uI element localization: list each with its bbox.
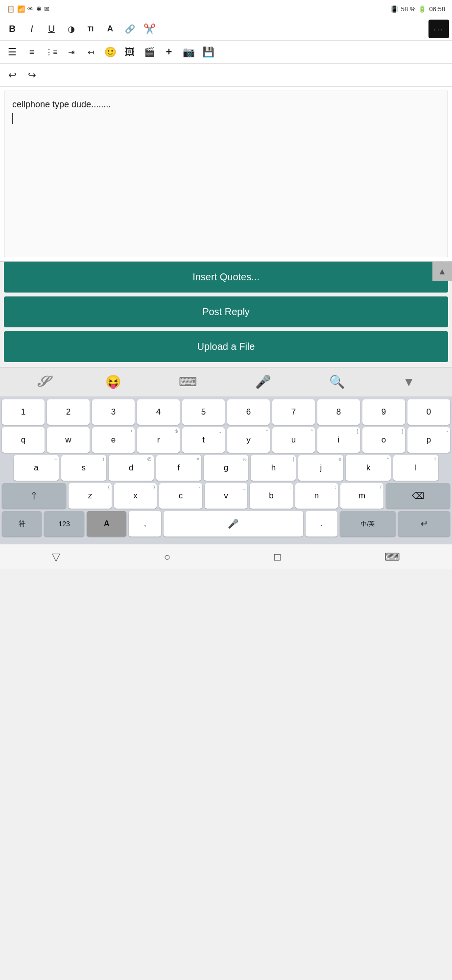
key-k[interactable]: *k bbox=[346, 455, 391, 481]
key-b[interactable]: :b bbox=[250, 483, 293, 509]
post-reply-btn[interactable]: Post Reply bbox=[4, 296, 448, 327]
battery-icon: 🔋 bbox=[418, 5, 426, 13]
toolbar-row-1: B I U ◑ TI A 🔗 ✂️ ··· bbox=[0, 18, 452, 41]
redo-btn[interactable]: ↪ bbox=[23, 66, 41, 84]
key-5[interactable]: 5 bbox=[182, 399, 225, 425]
file-icon: 📋 bbox=[7, 5, 15, 13]
editor-content: cellphone type dude........ bbox=[12, 98, 440, 111]
key-v[interactable]: _v bbox=[205, 483, 248, 509]
key-f[interactable]: #f bbox=[156, 455, 201, 481]
more-btn[interactable]: + bbox=[160, 43, 178, 61]
video-btn[interactable]: 🎬 bbox=[140, 43, 159, 61]
cut-btn[interactable]: ✂️ bbox=[140, 20, 159, 38]
emoji-kb-icon[interactable]: 😝 bbox=[100, 372, 126, 392]
scroll-up-arrow[interactable]: ▲ bbox=[432, 262, 452, 281]
key-w[interactable]: =w bbox=[47, 427, 90, 453]
upload-file-btn[interactable]: Upload a File bbox=[4, 331, 448, 362]
mail-icon: ✉ bbox=[44, 5, 49, 13]
collapse-kb-icon[interactable]: ▼ bbox=[398, 372, 420, 392]
bold-btn[interactable]: B bbox=[3, 20, 22, 38]
keyboard-top-bar: 𝒮 😝 ⌨ 🎤 🔍 ▼ bbox=[0, 367, 452, 396]
key-z[interactable]: (z bbox=[69, 483, 112, 509]
camera-btn[interactable]: 📷 bbox=[179, 43, 198, 61]
key-q[interactable]: `q bbox=[2, 427, 45, 453]
editor-container: B I U ◑ TI A 🔗 ✂️ ··· ☰ ≡ ⋮≡ ⇥ ↤ 🙂 🖼 🎬 +… bbox=[0, 18, 452, 262]
key-s[interactable]: !s bbox=[61, 455, 106, 481]
home-nav-btn[interactable]: ○ bbox=[154, 547, 180, 567]
space-key[interactable]: 🎤 bbox=[164, 511, 303, 537]
comma-key[interactable]: , bbox=[129, 511, 161, 537]
key-r[interactable]: $r bbox=[137, 427, 180, 453]
list-btn[interactable]: ≡ bbox=[23, 43, 41, 61]
backspace-key[interactable]: ⌫ bbox=[386, 483, 450, 509]
underline-btn[interactable]: U bbox=[42, 20, 61, 38]
key-9[interactable]: 9 bbox=[362, 399, 405, 425]
search-kb-icon[interactable]: 🔍 bbox=[324, 372, 350, 392]
key-m[interactable]: /m bbox=[340, 483, 383, 509]
status-right-icons: 📳 58 % 🔋 06:58 bbox=[390, 5, 445, 13]
enter-key[interactable]: ↵ bbox=[398, 511, 450, 537]
text-format-btn[interactable]: TI bbox=[81, 20, 100, 38]
numbers-key[interactable]: 123 bbox=[44, 511, 84, 537]
keyboard-row-bottom: 符 123 A , 🎤 . 中/英 ↵ bbox=[2, 511, 450, 537]
swiftkey-icon[interactable]: 𝒮 bbox=[32, 371, 52, 392]
key-7[interactable]: 7 bbox=[272, 399, 315, 425]
key-i[interactable]: [i bbox=[317, 427, 360, 453]
link-btn[interactable]: 🔗 bbox=[120, 20, 139, 38]
action-buttons-wrapper: Insert Quotes... Post Reply Upload a Fil… bbox=[0, 262, 452, 367]
keyboard-toggle-icon[interactable]: ⌨ bbox=[174, 372, 202, 392]
chinese-english-key[interactable]: 中/英 bbox=[340, 511, 396, 537]
toolbar-row-2: ☰ ≡ ⋮≡ ⇥ ↤ 🙂 🖼 🎬 + 📷 💾 bbox=[0, 41, 452, 64]
image-btn[interactable]: 🖼 bbox=[120, 43, 139, 61]
contrast-btn[interactable]: ◑ bbox=[62, 20, 80, 38]
lang-a-key[interactable]: A bbox=[87, 511, 126, 537]
align-btn[interactable]: ☰ bbox=[3, 43, 22, 61]
key-2[interactable]: 2 bbox=[47, 399, 90, 425]
key-j[interactable]: &j bbox=[298, 455, 343, 481]
italic-btn[interactable]: I bbox=[23, 20, 41, 38]
key-n[interactable]: ;n bbox=[295, 483, 338, 509]
key-3[interactable]: 3 bbox=[92, 399, 135, 425]
key-4[interactable]: 4 bbox=[137, 399, 180, 425]
key-h[interactable]: |h bbox=[251, 455, 296, 481]
ordered-list-btn[interactable]: ⋮≡ bbox=[42, 43, 61, 61]
outdent-btn[interactable]: ↤ bbox=[81, 43, 100, 61]
shift-key[interactable]: ⇧ bbox=[2, 483, 66, 509]
key-x[interactable]: )x bbox=[114, 483, 157, 509]
key-t[interactable]: …t bbox=[182, 427, 225, 453]
key-e[interactable]: +e bbox=[92, 427, 135, 453]
key-l[interactable]: ?l bbox=[393, 455, 438, 481]
keyboard-row-numbers: 1 2 3 4 5 6 7 8 9 0 bbox=[2, 399, 450, 425]
vibrate-icon: 📳 bbox=[390, 5, 398, 13]
key-d[interactable]: @d bbox=[109, 455, 154, 481]
keyboard-nav-btn[interactable]: ⌨ bbox=[375, 547, 410, 567]
insert-quotes-btn[interactable]: Insert Quotes... bbox=[4, 262, 448, 293]
key-g[interactable]: %g bbox=[204, 455, 249, 481]
key-y[interactable]: "y bbox=[227, 427, 270, 453]
mic-kb-icon[interactable]: 🎤 bbox=[250, 372, 276, 392]
period-key[interactable]: . bbox=[306, 511, 337, 537]
status-left-icons: 📋 📶 👁 ✱ ✉ bbox=[7, 5, 49, 13]
save-btn[interactable]: 💾 bbox=[199, 43, 217, 61]
key-p[interactable]: -p bbox=[407, 427, 450, 453]
key-0[interactable]: 0 bbox=[407, 399, 450, 425]
key-6[interactable]: 6 bbox=[227, 399, 270, 425]
key-a[interactable]: ~a bbox=[14, 455, 59, 481]
undo-btn[interactable]: ↩ bbox=[3, 66, 22, 84]
eye-icon: 👁 bbox=[27, 5, 34, 13]
key-u[interactable]: ^u bbox=[272, 427, 315, 453]
keyboard-row-asdf: ~a !s @d #f %g |h &j *k ?l bbox=[2, 455, 450, 481]
action-buttons: Insert Quotes... Post Reply Upload a Fil… bbox=[0, 262, 452, 367]
key-8[interactable]: 8 bbox=[317, 399, 360, 425]
back-nav-btn[interactable]: ▽ bbox=[42, 547, 70, 567]
time-display: 06:58 bbox=[429, 5, 445, 13]
emoji-btn[interactable]: 🙂 bbox=[101, 43, 119, 61]
key-1[interactable]: 1 bbox=[2, 399, 45, 425]
key-o[interactable]: ]o bbox=[362, 427, 405, 453]
text-editor[interactable]: cellphone type dude........ bbox=[4, 91, 448, 257]
symbols-key[interactable]: 符 bbox=[2, 511, 42, 537]
indent-btn[interactable]: ⇥ bbox=[62, 43, 80, 61]
recents-nav-btn[interactable]: □ bbox=[264, 547, 290, 567]
font-btn[interactable]: A bbox=[101, 20, 119, 38]
key-c[interactable]: -c bbox=[159, 483, 202, 509]
